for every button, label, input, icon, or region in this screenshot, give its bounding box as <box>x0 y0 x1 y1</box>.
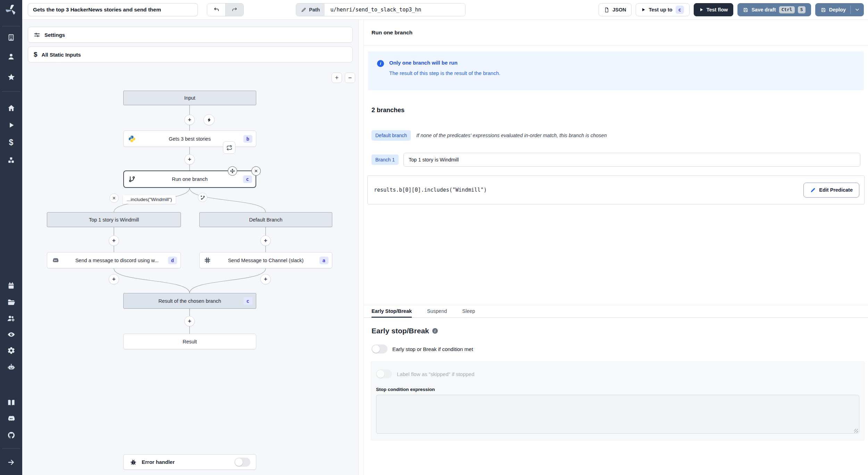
python-icon <box>128 135 136 143</box>
audit-eye-icon[interactable] <box>6 329 17 340</box>
discord-icon[interactable] <box>6 413 17 424</box>
flow-branch-head-default[interactable]: Default Branch <box>199 212 332 227</box>
content: Settings $ All Static Inputs <box>22 20 868 475</box>
sliders-icon <box>34 32 40 38</box>
early-stop-toggle[interactable] <box>372 344 387 353</box>
star-favorites-icon[interactable] <box>6 72 17 83</box>
left-nav-sidebar: $ <box>0 0 22 475</box>
tab-sleep[interactable]: Sleep <box>462 305 475 318</box>
github-icon[interactable] <box>6 430 17 441</box>
path-field[interactable]: Path u/henri/send_to_slack_top3_hn <box>296 3 466 16</box>
info-icon: i <box>377 60 384 67</box>
kbd-ctrl: Ctrl <box>779 6 795 14</box>
add-step-button[interactable]: + <box>184 154 195 165</box>
step-id-badge: c <box>243 175 252 183</box>
undo-button[interactable] <box>207 3 225 16</box>
settings-bar[interactable]: Settings <box>28 27 353 43</box>
branch-1-row: Branch 1 <box>372 153 860 167</box>
retry-loop-icon[interactable] <box>223 141 235 154</box>
step-id-badge: d <box>168 257 177 264</box>
label-skipped-toggle[interactable] <box>376 369 392 378</box>
add-step-button[interactable]: + <box>109 235 119 246</box>
trigger-bolt-button[interactable] <box>203 114 215 125</box>
add-step-button[interactable]: + <box>184 115 195 125</box>
save-draft-button[interactable]: Save draft Ctrl S <box>737 3 811 16</box>
flow-node-slack-message[interactable]: Send Message to Channel (slack) a <box>199 252 332 268</box>
step-detail-header: Run one branch <box>364 20 868 45</box>
stop-condition-textarea[interactable] <box>376 395 859 434</box>
advanced-tabs: Early Stop/Break Suspend Sleep <box>364 305 868 318</box>
branch-1-summary-input[interactable] <box>403 153 860 167</box>
sidebar-divider <box>2 91 20 92</box>
kbd-s: S <box>798 6 806 14</box>
move-node-button[interactable] <box>228 166 237 176</box>
flow-node-result[interactable]: Result <box>123 334 256 349</box>
predicate-edge-label[interactable]: ...includes("Windmill") <box>123 195 176 204</box>
add-step-button[interactable]: + <box>260 235 271 246</box>
user-icon[interactable] <box>6 51 17 62</box>
flow-canvas[interactable]: + − Input + <box>22 66 358 475</box>
git-branch-icon <box>128 176 135 183</box>
error-handler-toggle[interactable] <box>234 458 250 467</box>
docs-book-icon[interactable] <box>6 397 17 408</box>
expand-arrow-right-icon[interactable] <box>6 457 17 468</box>
add-step-button[interactable]: + <box>109 274 119 284</box>
stop-condition-label: Stop condition expression <box>376 387 859 392</box>
flow-node-discord-message[interactable]: Send a message to discord using w... d <box>47 252 181 268</box>
deploy-button[interactable]: Deploy <box>815 3 864 16</box>
runs-play-icon[interactable] <box>6 119 17 131</box>
flow-branch-head-top1[interactable]: Top 1 story is Windmill <box>47 212 181 227</box>
zoom-in-button[interactable]: + <box>332 73 342 83</box>
info-icon: i <box>432 328 438 334</box>
delete-node-button[interactable]: × <box>251 166 261 176</box>
home-icon[interactable] <box>6 102 17 114</box>
main-area: Path u/henri/send_to_slack_top3_hn JSON … <box>22 0 868 475</box>
branches-heading: 2 branches <box>372 107 404 114</box>
flow-editor-panel: Settings $ All Static Inputs <box>22 20 358 475</box>
page-title: Run one branch <box>372 30 412 36</box>
save-icon <box>821 7 826 12</box>
step-id-badge: a <box>319 257 328 264</box>
stop-condition-panel: Label flow as "skipped" if stopped Stop … <box>371 361 865 440</box>
flow-title-input[interactable] <box>28 3 198 16</box>
predicate-expression: results.b[0][0].includes("Windmill") <box>374 187 487 193</box>
remove-branch-button[interactable]: × <box>109 193 119 203</box>
add-step-button[interactable]: + <box>184 316 195 326</box>
default-branch-pill: Default branch <box>372 130 411 141</box>
json-button[interactable]: JSON <box>599 3 632 16</box>
close-icon: × <box>112 195 116 201</box>
all-static-inputs-bar[interactable]: $ All Static Inputs <box>28 47 353 62</box>
resources-cubes-icon[interactable] <box>6 155 17 166</box>
workspace-building-icon[interactable] <box>6 32 17 43</box>
lightning-icon <box>207 117 212 123</box>
tab-early-stop-break[interactable]: Early Stop/Break <box>372 305 412 318</box>
slack-icon <box>204 257 211 264</box>
add-branch-button[interactable] <box>198 193 207 202</box>
test-up-to-button[interactable]: Test up to c <box>636 3 689 16</box>
zoom-out-button[interactable]: − <box>345 73 355 83</box>
tab-suspend[interactable]: Suspend <box>427 305 447 318</box>
groups-users-icon[interactable] <box>6 313 17 324</box>
windmill-logo-icon[interactable] <box>5 4 17 17</box>
test-flow-button[interactable]: Test flow <box>694 3 734 16</box>
add-step-button[interactable]: + <box>260 274 271 284</box>
ai-robot-icon[interactable] <box>6 361 17 373</box>
git-branch-plus-icon <box>200 195 205 200</box>
schedules-calendar-icon[interactable] <box>6 280 17 291</box>
early-stop-heading: Early stop/Break i <box>372 327 868 335</box>
dollar-icon: $ <box>34 51 37 58</box>
settings-gear-icon[interactable] <box>6 345 17 356</box>
edit-predicate-button[interactable]: Edit Predicate <box>803 183 859 198</box>
app: $ <box>0 0 868 475</box>
folders-icon[interactable] <box>6 297 17 308</box>
flow-node-input[interactable]: Input <box>123 91 256 105</box>
flow-node-gets-3-best-stories[interactable]: Gets 3 best stories b <box>123 131 256 147</box>
chevron-down-icon[interactable] <box>854 7 860 12</box>
variables-dollar-icon[interactable]: $ <box>6 137 17 148</box>
flow-node-branch-result[interactable]: Result of the chosen branch c <box>123 293 256 309</box>
flow-node-error-handler[interactable]: Error handler <box>123 454 256 470</box>
step-detail-panel: Run one branch i Only one branch will be… <box>364 20 868 475</box>
path-label: Path <box>309 7 320 12</box>
redo-button[interactable] <box>225 3 243 16</box>
early-stop-toggle-label: Early stop or Break if condition met <box>392 346 473 352</box>
